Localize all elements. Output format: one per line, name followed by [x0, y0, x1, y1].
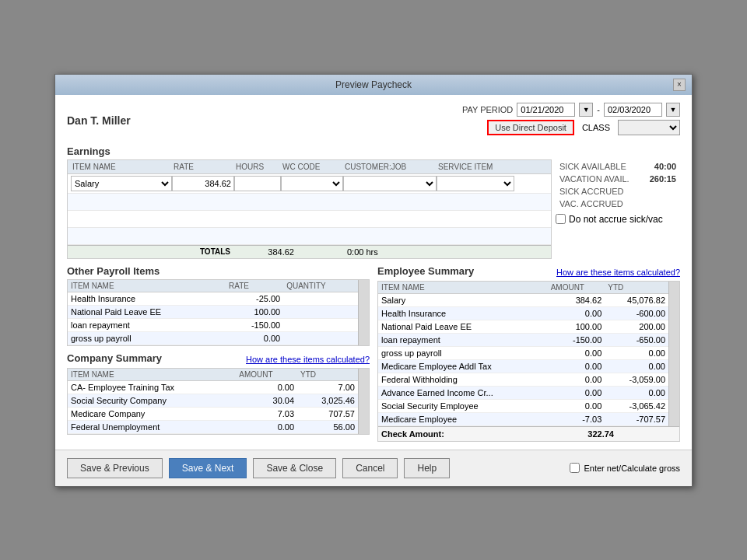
- other-payroll-table-container: ITEM NAME RATE QUANTITY Health Insurance…: [67, 279, 370, 346]
- earnings-empty-row-3: [68, 228, 551, 245]
- company-summary-scrollbar[interactable]: [358, 369, 369, 434]
- vac-accrued-label: VAC. ACCRUED: [557, 198, 641, 209]
- es-item: National Paid Leave EE: [378, 320, 548, 333]
- earnings-col-wc: WC CODE: [281, 162, 343, 172]
- left-column: Other Payroll Items ITEM NAME RATE QUANT…: [67, 265, 370, 442]
- op-col-rate: RATE: [226, 280, 283, 292]
- class-label: CLASS: [582, 123, 610, 132]
- es-item: Medicare Employee Addl Tax: [378, 359, 548, 373]
- vacation-avail-row: VACATION AVAIL. 260:15: [557, 173, 679, 184]
- employee-summary-row: Salary 384.62 45,076.82: [378, 293, 668, 306]
- cancel-button[interactable]: Cancel: [342, 458, 398, 478]
- enter-net-checkbox[interactable]: [570, 463, 580, 473]
- earnings-customer-select[interactable]: [343, 176, 437, 191]
- earnings-col-hours: HOURS: [234, 162, 281, 172]
- cs-amount: 7.03: [236, 407, 297, 420]
- other-payroll-row: National Paid Leave EE 100.00: [68, 305, 358, 318]
- employee-summary-row: gross up payroll 0.00 0.00: [378, 346, 668, 359]
- earnings-title: Earnings: [67, 145, 680, 157]
- es-ytd: 0.00: [605, 359, 668, 373]
- company-summary-row: CA- Employee Training Tax 0.00 7.00: [68, 380, 358, 394]
- es-amount: 0.00: [548, 373, 605, 386]
- employee-summary-header-row: ITEM NAME AMOUNT YTD: [378, 282, 668, 294]
- calendar-from-button[interactable]: ▼: [579, 103, 593, 117]
- es-amount: -7.03: [548, 412, 605, 425]
- other-payroll-table: ITEM NAME RATE QUANTITY Health Insurance…: [68, 280, 358, 345]
- other-payroll-scrollbar[interactable]: [358, 280, 369, 345]
- cs-ytd: 707.57: [297, 407, 358, 420]
- es-amount: 0.00: [548, 399, 605, 412]
- pay-period-from[interactable]: [517, 103, 575, 117]
- es-ytd: 0.00: [605, 386, 668, 399]
- do-not-accrue-checkbox[interactable]: [556, 214, 566, 224]
- earnings-rate-input[interactable]: [172, 176, 234, 191]
- cs-amount: 0.00: [236, 420, 297, 433]
- footer: Save & Previous Save & Next Save & Close…: [55, 450, 692, 486]
- es-amount: 384.62: [548, 293, 605, 306]
- cs-amount: 0.00: [236, 380, 297, 394]
- other-payroll-scroll-area[interactable]: ITEM NAME RATE QUANTITY Health Insurance…: [68, 280, 358, 345]
- calendar-to-button[interactable]: ▼: [666, 103, 680, 117]
- employee-summary-row: Health Insurance 0.00 -600.00: [378, 306, 668, 320]
- other-payroll-row: loan repayment -150.00: [68, 318, 358, 331]
- earnings-item-select[interactable]: Salary: [71, 176, 172, 191]
- other-payroll-section: Other Payroll Items ITEM NAME RATE QUANT…: [67, 265, 370, 346]
- save-close-button[interactable]: Save & Close: [253, 458, 336, 478]
- es-ytd: -3,059.00: [605, 373, 668, 386]
- op-col-item: ITEM NAME: [68, 280, 226, 292]
- employee-summary-table: ITEM NAME AMOUNT YTD Salary 384.62 45,07…: [378, 282, 668, 426]
- company-how-calculated-link[interactable]: How are these items calculated?: [246, 355, 370, 364]
- op-item: Health Insurance: [68, 292, 226, 305]
- earnings-totals-row: TOTALS 384.62 0:00 hrs: [68, 245, 551, 258]
- right-info-panel: SICK AVAILABLE 40:00 VACATION AVAIL. 260…: [556, 159, 680, 259]
- sick-accrued-row: SICK ACCRUED: [557, 186, 679, 197]
- class-select[interactable]: [618, 120, 680, 135]
- earnings-col-rate: RATE: [172, 162, 234, 172]
- right-info-table: SICK AVAILABLE 40:00 VACATION AVAIL. 260…: [556, 159, 680, 211]
- check-amount-ytd: [614, 429, 676, 439]
- other-payroll-header: ITEM NAME RATE QUANTITY: [68, 280, 358, 292]
- other-payroll-row: Health Insurance -25.00: [68, 292, 358, 305]
- help-button[interactable]: Help: [404, 458, 450, 478]
- es-item: Federal Withholding: [378, 373, 548, 386]
- earnings-service-select[interactable]: [437, 176, 514, 191]
- es-item: Medicare Employee: [378, 412, 548, 425]
- es-item: loan repayment: [378, 333, 548, 346]
- vac-accrued-value: [643, 198, 679, 209]
- pay-period-label: PAY PERIOD: [462, 105, 513, 114]
- employee-how-calculated-link[interactable]: How are these items calculated?: [556, 268, 680, 277]
- employee-summary-scroll-area[interactable]: ITEM NAME AMOUNT YTD Salary 384.62 45,07…: [378, 282, 668, 426]
- pay-period-to[interactable]: [604, 103, 662, 117]
- cs-item: Medicare Company: [68, 407, 236, 420]
- earnings-hours-input[interactable]: [234, 176, 281, 191]
- two-column-section: Other Payroll Items ITEM NAME RATE QUANT…: [67, 265, 680, 442]
- other-payroll-row: gross up payroll 0.00: [68, 331, 358, 345]
- employee-summary-row: Social Security Employee 0.00 -3,065.42: [378, 399, 668, 412]
- totals-label: TOTALS: [71, 247, 234, 257]
- es-ytd: -650.00: [605, 333, 668, 346]
- op-qty: [283, 305, 358, 318]
- check-amount-value: 322.74: [552, 429, 614, 439]
- window-title: Preview Paycheck: [74, 79, 673, 90]
- pay-period-row: PAY PERIOD ▼ - ▼: [462, 103, 680, 117]
- earnings-section: Earnings ITEM NAME RATE HOURS WC CODE CU…: [67, 145, 680, 259]
- company-summary-scroll-area[interactable]: ITEM NAME AMOUNT YTD CA- Employee Traini…: [68, 369, 358, 434]
- employee-summary-scrollbar[interactable]: [668, 282, 679, 426]
- es-item: gross up payroll: [378, 346, 548, 359]
- employee-summary-row: Medicare Employee Addl Tax 0.00 0.00: [378, 359, 668, 373]
- company-summary-body: CA- Employee Training Tax 0.00 7.00Socia…: [68, 380, 358, 433]
- save-previous-button[interactable]: Save & Previous: [67, 458, 163, 478]
- close-button[interactable]: ×: [673, 79, 686, 91]
- direct-deposit-button[interactable]: Use Direct Deposit: [487, 120, 574, 135]
- employee-summary-row: Federal Withholding 0.00 -3,059.00: [378, 373, 668, 386]
- cs-ytd: 7.00: [297, 380, 358, 394]
- es-item: Advance Earned Income Cr...: [378, 386, 548, 399]
- es-item: Health Insurance: [378, 306, 548, 320]
- employee-summary-row: Medicare Employee -7.03 -707.57: [378, 412, 668, 425]
- earnings-data-row: Salary: [68, 174, 551, 194]
- earnings-wc-select[interactable]: [281, 176, 343, 191]
- save-next-button[interactable]: Save & Next: [169, 458, 247, 478]
- employee-summary-header: Employee Summary How are these items cal…: [377, 265, 680, 279]
- es-ytd: -3,065.42: [605, 399, 668, 412]
- earnings-table-container: ITEM NAME RATE HOURS WC CODE CUSTOMER:JO…: [67, 159, 552, 259]
